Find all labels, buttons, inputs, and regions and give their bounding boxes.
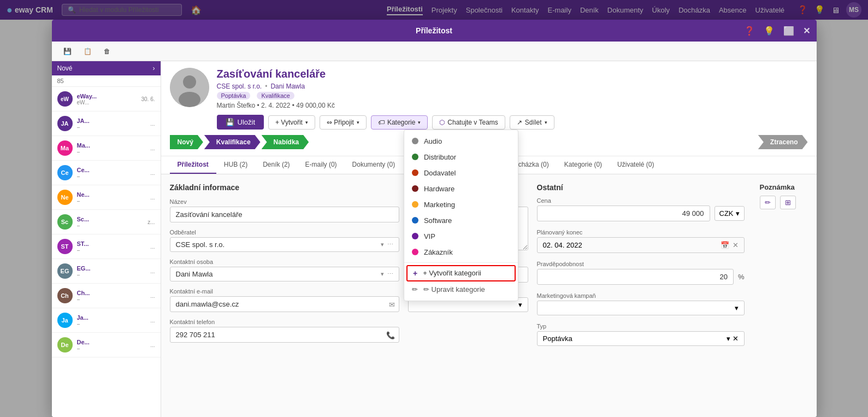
modal-overlay: Příležitost ❓ 💡 ⬜ ✕ 💾 📋 🗑 bbox=[0, 0, 868, 20]
